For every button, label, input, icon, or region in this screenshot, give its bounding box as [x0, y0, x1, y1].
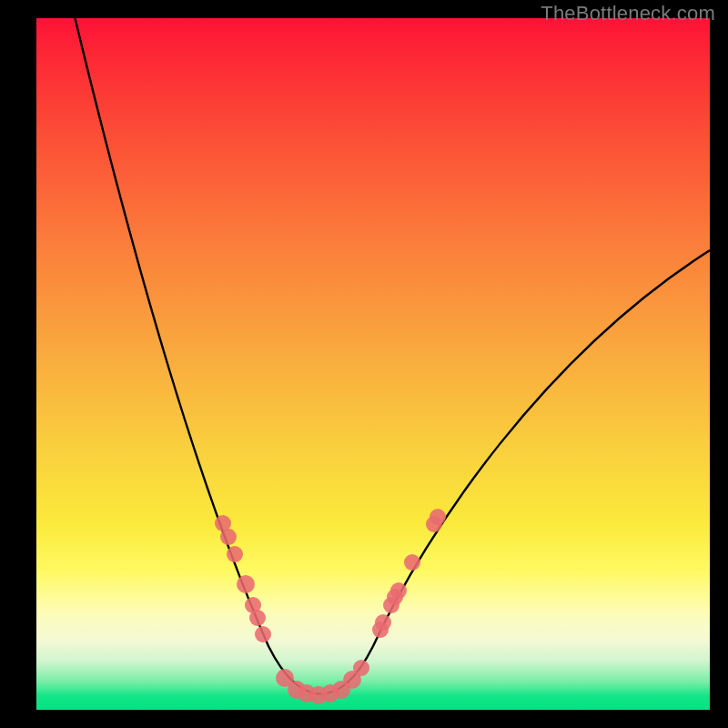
watermark-text: TheBottleneck.com	[541, 2, 715, 25]
plot-area	[36, 18, 710, 710]
dot-group	[215, 509, 446, 704]
data-point	[390, 582, 407, 599]
data-point	[249, 610, 266, 626]
data-point	[220, 529, 237, 545]
data-point	[237, 575, 255, 593]
data-point	[375, 614, 391, 631]
chart-svg	[36, 18, 710, 710]
data-point	[227, 546, 243, 562]
data-point	[353, 660, 369, 676]
data-point	[255, 626, 271, 642]
data-point	[430, 509, 446, 525]
data-point	[404, 554, 420, 571]
chart-frame: TheBottleneck.com	[0, 0, 728, 728]
